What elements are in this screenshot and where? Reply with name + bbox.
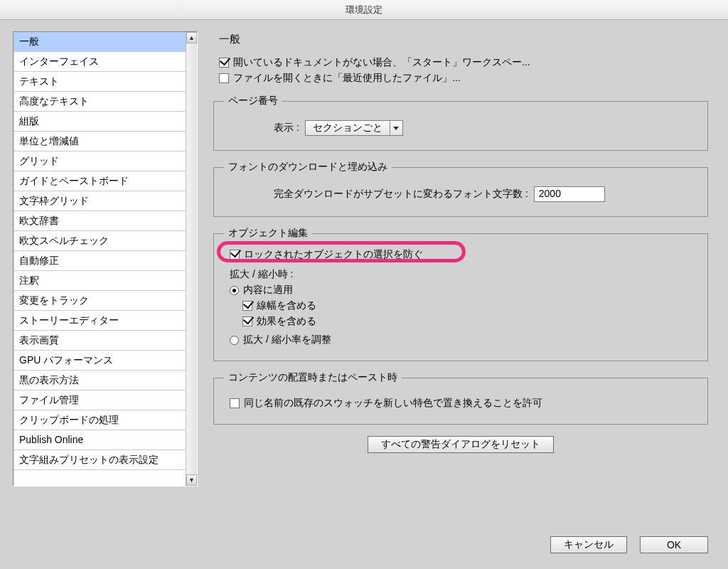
sidebar-item[interactable]: 文字枠グリッド [14, 191, 186, 211]
replace-swatch-row[interactable]: 同じ名前の既存のスウォッチを新しい特色で置き換えることを許可 [230, 397, 697, 410]
sidebar-item[interactable]: 文字組みプリセットの表示設定 [14, 450, 186, 470]
sidebar-item[interactable]: GPU パフォーマンス [14, 351, 186, 371]
prevent-locked-checkbox[interactable] [230, 250, 240, 260]
sidebar-item[interactable]: インターフェイス [14, 52, 186, 72]
sidebar-item[interactable]: 組版 [14, 112, 186, 132]
paste-group: コンテンツの配置時またはペースト時 同じ名前の既存のスウォッチを新しい特色で置き… [213, 371, 708, 425]
ok-button[interactable]: OK [640, 536, 708, 553]
sidebar-item[interactable]: 高度なテキスト [14, 92, 186, 112]
dialog-body: 一般インターフェイステキスト高度なテキスト組版単位と増減値グリッドガイドとペース… [0, 20, 728, 569]
sidebar-item[interactable]: クリップボードの処理 [14, 410, 186, 430]
apply-content-radio[interactable] [230, 286, 239, 295]
include-stroke-row[interactable]: 線幅を含める [242, 299, 697, 312]
show-recent-files-label: ファイルを開くときに「最近使用したファイル」... [233, 72, 461, 85]
font-subset-label: 完全ダウンロードがサブセットに変わるフォント文字数 : [274, 188, 528, 201]
window-title: 環境設定 [346, 4, 382, 15]
sidebar-item[interactable]: 欧文辞書 [14, 211, 186, 231]
show-start-workspace-label: 開いているドキュメントがない場合、「スタート」ワークスペー... [233, 56, 530, 69]
apply-content-label: 内容に適用 [243, 284, 293, 297]
replace-swatch-label: 同じ名前の既存のスウォッチを新しい特色で置き換えることを許可 [244, 397, 542, 410]
font-download-group: フォントのダウンロードと埋め込み 完全ダウンロードがサブセットに変わるフォント文… [213, 161, 708, 217]
sidebar-scrollbar[interactable]: ▲ ▼ [186, 32, 197, 486]
reset-warnings-button[interactable]: すべての警告ダイアログをリセット [368, 436, 554, 453]
settings-panel: 一般 開いているドキュメントがない場合、「スタート」ワークスペー... ファイル… [213, 31, 708, 526]
show-recent-files-row[interactable]: ファイルを開くときに「最近使用したファイル」... [219, 72, 708, 85]
font-subset-input[interactable]: 2000 [534, 186, 605, 202]
scaling-label: 拡大 / 縮小時 : [230, 268, 293, 281]
adjust-percent-label: 拡大 / 縮小率を調整 [243, 334, 331, 346]
sidebar-item[interactable]: グリッド [14, 151, 186, 171]
sidebar-item[interactable]: 一般 [14, 32, 186, 52]
category-list[interactable]: 一般インターフェイステキスト高度なテキスト組版単位と増減値グリッドガイドとペース… [14, 32, 186, 486]
scroll-up-icon[interactable]: ▲ [186, 32, 197, 43]
prevent-locked-label: ロックされたオブジェクトの選択を防ぐ [244, 248, 423, 261]
sidebar-item[interactable]: 注釈 [14, 271, 186, 291]
object-edit-group: オブジェクト編集 ロックされたオブジェクトの選択を防ぐ 拡大 / 縮小時 : 内… [213, 227, 708, 361]
dialog-footer: キャンセル OK [550, 536, 708, 553]
sidebar-item[interactable]: ストーリーエディター [14, 311, 186, 331]
sidebar-item[interactable]: 自動修正 [14, 251, 186, 271]
sidebar-item[interactable]: ファイル管理 [14, 390, 186, 410]
replace-swatch-checkbox[interactable] [230, 398, 240, 408]
sidebar-item[interactable]: 黒の表示方法 [14, 371, 186, 390]
sidebar-item[interactable]: ガイドとペーストボード [14, 171, 186, 191]
page-number-group: ページ番号 表示 : セクションごと [213, 95, 708, 151]
include-effect-checkbox[interactable] [242, 317, 252, 326]
page-number-display-label: 表示 : [274, 122, 299, 134]
cancel-button[interactable]: キャンセル [550, 536, 627, 553]
include-stroke-label: 線幅を含める [257, 299, 316, 312]
show-recent-files-checkbox[interactable] [219, 73, 229, 83]
page-number-display-select[interactable]: セクションごと [305, 120, 403, 136]
prevent-locked-row[interactable]: ロックされたオブジェクトの選択を防ぐ [230, 248, 697, 261]
paste-legend: コンテンツの配置時またはペースト時 [224, 371, 402, 384]
font-download-legend: フォントのダウンロードと埋め込み [224, 161, 392, 174]
scroll-down-icon[interactable]: ▼ [186, 474, 197, 486]
page-number-display-value: セクションごと [306, 122, 390, 134]
sidebar-item[interactable]: 変更をトラック [14, 291, 186, 311]
chevron-down-icon [390, 121, 402, 135]
adjust-percent-row[interactable]: 拡大 / 縮小率を調整 [230, 334, 697, 346]
include-effect-row[interactable]: 効果を含める [242, 315, 697, 328]
sidebar-item[interactable]: 表示画質 [14, 331, 186, 351]
sidebar-item[interactable]: テキスト [14, 72, 186, 92]
sidebar-item[interactable]: 欧文スペルチェック [14, 231, 186, 251]
panel-heading: 一般 [213, 31, 708, 53]
window-titlebar: 環境設定 [0, 0, 728, 20]
adjust-percent-radio[interactable] [230, 336, 239, 345]
include-stroke-checkbox[interactable] [242, 301, 252, 311]
sidebar-item[interactable]: Publish Online [14, 430, 186, 450]
category-sidebar: 一般インターフェイステキスト高度なテキスト組版単位と増減値グリッドガイドとペース… [13, 31, 198, 486]
apply-content-row[interactable]: 内容に適用 [230, 284, 697, 297]
include-effect-label: 効果を含める [257, 315, 316, 328]
show-start-workspace-row[interactable]: 開いているドキュメントがない場合、「スタート」ワークスペー... [219, 56, 708, 69]
sidebar-item[interactable]: 単位と増減値 [14, 132, 186, 151]
show-start-workspace-checkbox[interactable] [219, 58, 229, 68]
object-edit-legend: オブジェクト編集 [224, 227, 312, 240]
page-number-legend: ページ番号 [224, 95, 282, 107]
